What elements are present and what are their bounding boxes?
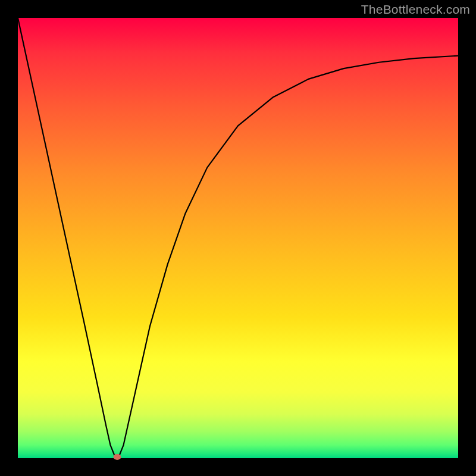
optimal-point-marker <box>113 454 121 460</box>
plot-area <box>18 18 458 458</box>
curve-path <box>18 18 458 456</box>
bottleneck-curve <box>18 18 458 458</box>
chart-frame: TheBottleneck.com <box>0 0 476 476</box>
watermark-text: TheBottleneck.com <box>361 2 470 17</box>
